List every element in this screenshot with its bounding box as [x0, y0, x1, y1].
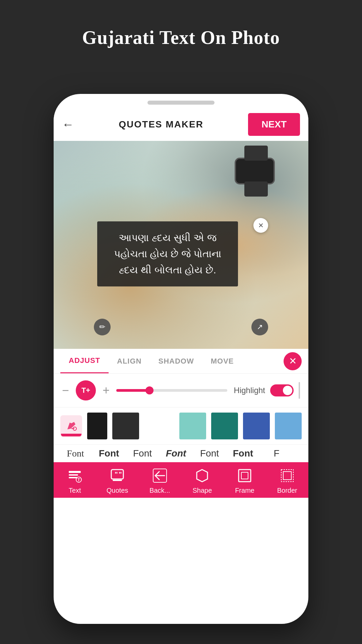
font-label-2: Font — [133, 448, 152, 459]
text-nav-icon: T — [66, 467, 83, 484]
shape-nav-icon — [194, 467, 210, 484]
color-swatch-light-blue[interactable] — [275, 413, 302, 439]
font-option-0[interactable]: Font — [60, 448, 90, 459]
colors-row — [54, 408, 308, 445]
app-title: Gujarati Text On Photo — [0, 0, 362, 48]
bottom-panel: ADJUST ALIGN SHADOW MOVE ✕ − T+ + Highli… — [54, 349, 308, 498]
fonts-row: Font Font Font Font Font Font F — [54, 445, 308, 462]
nav-label-frame: Frame — [235, 487, 254, 494]
size-increase-button[interactable]: + — [103, 383, 110, 397]
phone-notch — [147, 101, 215, 105]
color-swatch-dark2[interactable] — [112, 413, 139, 439]
back-nav-icon — [152, 467, 168, 484]
app-bar: ← QUOTES MAKER NEXT — [54, 108, 308, 141]
font-label-1: Font — [99, 448, 119, 459]
nav-item-back[interactable]: Back... — [138, 467, 181, 494]
highlight-control: Highlight — [234, 382, 300, 399]
watch-strap-top — [244, 146, 268, 161]
font-label-6: F — [274, 448, 279, 459]
font-option-5[interactable]: Font — [228, 448, 258, 459]
tabs-row: ADJUST ALIGN SHADOW MOVE ✕ — [54, 349, 308, 374]
watch-strap-bottom — [244, 181, 268, 197]
size-controls-row: − T+ + Highlight — [54, 374, 308, 408]
svg-marker-13 — [197, 470, 207, 482]
slider-thumb[interactable] — [145, 386, 154, 394]
slider-fill — [116, 389, 149, 392]
nav-item-frame[interactable]: Frame — [224, 467, 266, 494]
color-swatch-dark1[interactable] — [87, 413, 107, 439]
frame-nav-icon — [236, 467, 253, 484]
watch-decoration — [235, 158, 275, 184]
color-swatch-teal-dark[interactable] — [211, 413, 238, 439]
size-slider[interactable] — [116, 389, 227, 392]
font-label-5: Font — [233, 448, 253, 459]
nav-label-text: Text — [69, 487, 81, 494]
paint-color-indicator — [61, 434, 81, 436]
text-overlay-close-button[interactable]: ✕ — [253, 218, 268, 233]
text-resize-button[interactable]: ↗ — [251, 319, 268, 335]
photo-canvas: આપણા હ્દય સુધી એ જ પહોચતા હોય છે જે પોતા… — [54, 141, 308, 349]
divider — [299, 382, 300, 399]
nav-label-border: Border — [277, 487, 297, 494]
toggle-knob — [283, 386, 292, 395]
nav-item-quotes[interactable]: " " Quotes — [96, 467, 139, 494]
app-bar-title: QUOTES MAKER — [119, 119, 203, 130]
text-edit-button[interactable]: ✏ — [94, 319, 111, 335]
tab-shadow[interactable]: SHADOW — [150, 350, 202, 373]
text-size-icon: T+ — [76, 380, 96, 400]
quotes-nav-icon: " " — [109, 467, 126, 484]
font-option-1[interactable]: Font — [94, 448, 124, 459]
svg-rect-2 — [69, 471, 81, 473]
font-option-3[interactable]: Font — [161, 448, 191, 459]
svg-line-1 — [71, 428, 74, 429]
color-swatch-blue[interactable] — [243, 413, 270, 439]
font-option-6[interactable]: F — [261, 448, 292, 459]
svg-rect-17 — [283, 472, 291, 480]
close-panel-button[interactable]: ✕ — [284, 352, 302, 370]
svg-rect-10 — [113, 480, 122, 481]
font-option-4[interactable]: Font — [194, 448, 225, 459]
tab-move[interactable]: MOVE — [202, 350, 242, 373]
nav-item-border[interactable]: Border — [266, 467, 308, 494]
nav-label-shape: Shape — [192, 487, 212, 494]
nav-item-shape[interactable]: Shape — [181, 467, 224, 494]
bottom-nav: T Text " " Quotes — [54, 462, 308, 498]
nav-item-text[interactable]: T Text — [54, 467, 96, 494]
tab-align[interactable]: ALIGN — [109, 350, 150, 373]
svg-text:T: T — [78, 478, 80, 482]
font-label-0: Font — [67, 448, 84, 459]
paint-bucket-icon[interactable] — [60, 415, 82, 437]
font-label-4: Font — [200, 448, 219, 459]
border-nav-icon — [279, 467, 296, 484]
svg-rect-3 — [69, 474, 78, 476]
font-option-2[interactable]: Font — [127, 448, 158, 459]
svg-rect-15 — [241, 472, 248, 479]
next-button[interactable]: NEXT — [248, 113, 300, 136]
nav-label-quotes: Quotes — [107, 487, 128, 494]
phone-frame: ← QUOTES MAKER NEXT આપણા હ્દય સુધી એ જ પ… — [54, 94, 308, 624]
tab-adjust[interactable]: ADJUST — [60, 349, 109, 373]
text-overlay-box[interactable]: આપણા હ્દય સુધી એ જ પહોચતા હોય છે જે પોતા… — [97, 221, 238, 286]
svg-text:": " — [119, 471, 122, 478]
nav-label-back: Back... — [149, 487, 170, 494]
color-swatch-teal-light[interactable] — [179, 413, 206, 439]
paint-bucket-svg — [65, 419, 78, 433]
highlight-label: Highlight — [234, 386, 265, 395]
svg-text:": " — [115, 471, 118, 478]
svg-rect-14 — [239, 470, 251, 482]
back-button[interactable]: ← — [62, 117, 74, 131]
font-label-3: Font — [166, 448, 186, 459]
size-decrease-button[interactable]: − — [62, 383, 69, 397]
highlight-toggle[interactable] — [270, 384, 294, 396]
